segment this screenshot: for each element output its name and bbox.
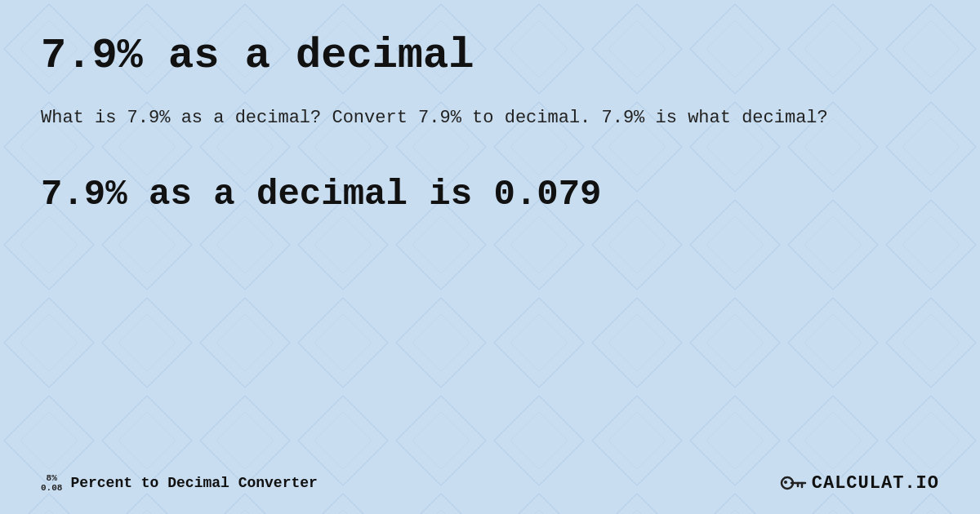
footer-decimal: 0.08: [41, 483, 62, 493]
calculat-logo-icon: [777, 468, 807, 498]
result-section: 7.9% as a decimal is 0.079: [41, 173, 939, 216]
page-title: 7.9% as a decimal: [41, 33, 939, 79]
footer-label: Percent to Decimal Converter: [70, 475, 317, 491]
svg-point-8: [784, 481, 787, 484]
description-text: What is 7.9% as a decimal? Convert 7.9% …: [41, 104, 939, 132]
calculat-logo: CALCULAT.IO: [777, 468, 939, 498]
footer-percent: 8%: [47, 473, 57, 483]
content-wrapper: 7.9% as a decimal What is 7.9% as a deci…: [0, 0, 980, 514]
calculat-brand-text: CALCULAT.IO: [812, 473, 939, 494]
footer: 8% 0.08 Percent to Decimal Converter CAL…: [41, 468, 939, 498]
footer-left: 8% 0.08 Percent to Decimal Converter: [41, 473, 318, 493]
footer-logo-icon: 8% 0.08: [41, 473, 62, 493]
result-text: 7.9% as a decimal is 0.079: [41, 173, 939, 216]
